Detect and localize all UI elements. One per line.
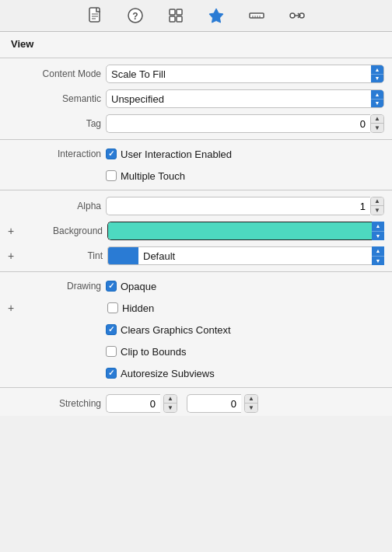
- clip-bounds-label: Clip to Bounds: [121, 346, 187, 358]
- clears-graphics-label: Clears Graphics Context: [121, 324, 231, 336]
- clears-graphics-wrap: Clears Graphics Context: [106, 324, 231, 336]
- tint-plus[interactable]: +: [8, 250, 19, 262]
- semantic-stepper[interactable]: ▲ ▼: [371, 90, 383, 107]
- alpha-up[interactable]: ▲: [371, 197, 383, 206]
- background-row: + Background ▲ ▼: [0, 218, 392, 243]
- clip-bounds-wrap: Clip to Bounds: [106, 346, 187, 358]
- svg-rect-10: [250, 13, 264, 18]
- tint-up[interactable]: ▲: [372, 246, 384, 257]
- background-label: Background: [20, 225, 103, 236]
- svg-rect-9: [177, 16, 182, 22]
- content-mode-down[interactable]: ▼: [371, 75, 383, 83]
- user-interaction-checkbox[interactable]: [106, 148, 117, 159]
- hidden-row: + Hidden: [0, 297, 392, 319]
- user-interaction-label: User Interaction Enabled: [121, 148, 232, 160]
- autoresize-wrap: Autoresize Subviews: [106, 368, 215, 379]
- background-down[interactable]: ▼: [372, 232, 384, 241]
- hidden-checkbox[interactable]: [107, 302, 118, 313]
- alpha-label: Alpha: [8, 201, 101, 211]
- content-mode-row: Content Mode Scale To Fill ▲ ▼: [0, 61, 392, 86]
- semantic-row: Semantic Unspecified ▲ ▼: [0, 86, 392, 111]
- background-stepper[interactable]: ▲ ▼: [372, 222, 384, 240]
- hidden-label: Hidden: [122, 302, 154, 314]
- stretching-label: Stretching: [8, 398, 101, 409]
- tint-down[interactable]: ▼: [372, 257, 384, 266]
- clip-bounds-row: Clip to Bounds: [0, 341, 392, 362]
- drawing-label: Drawing: [8, 281, 101, 292]
- tag-label: Tag: [8, 118, 101, 129]
- help-icon[interactable]: ?: [126, 6, 145, 25]
- content-mode-label: Content Mode: [8, 68, 101, 79]
- interaction-row: Interaction User Interaction Enabled: [0, 143, 392, 165]
- view-section: View Content Mode Scale To Fill ▲ ▼ Sema…: [0, 32, 392, 416]
- svg-rect-6: [170, 9, 175, 15]
- stretching-x-down[interactable]: ▼: [164, 404, 177, 412]
- stretching-y-input[interactable]: [187, 394, 241, 413]
- connections-icon[interactable]: [288, 6, 306, 25]
- hidden-plus[interactable]: +: [8, 302, 19, 314]
- semantic-up[interactable]: ▲: [371, 90, 383, 100]
- content-mode-value: Scale To Fill: [107, 68, 371, 80]
- tint-value-label: Default: [138, 246, 372, 265]
- multiple-touch-checkbox[interactable]: [106, 170, 117, 181]
- opaque-checkbox[interactable]: [106, 281, 117, 292]
- divider-2: [0, 139, 392, 140]
- background-plus[interactable]: +: [8, 225, 19, 237]
- semantic-select[interactable]: Unspecified ▲ ▼: [106, 89, 384, 108]
- semantic-down[interactable]: ▼: [371, 100, 383, 108]
- tint-row: + Tint Default ▲ ▼: [0, 243, 392, 268]
- stretching-x-stepper[interactable]: ▲ ▼: [163, 394, 177, 413]
- background-swatch-wrap[interactable]: [107, 222, 372, 240]
- svg-rect-7: [177, 9, 182, 15]
- view-section-header: View: [0, 32, 392, 54]
- clears-graphics-checkbox[interactable]: [106, 324, 117, 335]
- divider-5: [0, 387, 392, 388]
- background-up[interactable]: ▲: [372, 222, 384, 232]
- user-interaction-wrap: User Interaction Enabled: [106, 148, 232, 160]
- alpha-row: Alpha ▲ ▼: [0, 194, 392, 218]
- tag-stepper[interactable]: ▲ ▼: [370, 114, 384, 133]
- opaque-wrap: Opaque: [106, 281, 156, 292]
- autoresize-row: Autoresize Subviews: [0, 362, 392, 384]
- drawing-opaque-row: Drawing Opaque: [0, 275, 392, 297]
- ruler-icon[interactable]: [247, 6, 266, 25]
- svg-text:?: ?: [132, 11, 138, 22]
- attributes-icon[interactable]: [207, 6, 226, 25]
- svg-point-15: [290, 13, 295, 18]
- stretching-x-input[interactable]: [106, 394, 160, 413]
- svg-rect-0: [89, 8, 100, 22]
- multiple-touch-label: Multiple Touch: [121, 170, 185, 182]
- toolbar: ?: [0, 0, 392, 32]
- tag-up[interactable]: ▲: [371, 115, 383, 124]
- stretching-y-stepper[interactable]: ▲ ▼: [244, 394, 258, 413]
- hidden-wrap: Hidden: [107, 302, 154, 314]
- content-mode-up[interactable]: ▲: [371, 65, 383, 75]
- stretching-row: Stretching ▲ ▼ ▲ ▼: [0, 391, 392, 416]
- autoresize-checkbox[interactable]: [106, 368, 117, 379]
- alpha-stepper[interactable]: ▲ ▼: [370, 197, 384, 215]
- content-mode-stepper[interactable]: ▲ ▼: [371, 65, 383, 82]
- tint-stepper[interactable]: ▲ ▼: [372, 246, 384, 265]
- stretching-y-down[interactable]: ▼: [245, 404, 257, 412]
- grid-icon[interactable]: [166, 6, 185, 25]
- background-color-swatch[interactable]: [108, 222, 372, 239]
- autoresize-label: Autoresize Subviews: [121, 368, 215, 379]
- tint-color-swatch[interactable]: [107, 246, 138, 265]
- divider-3: [0, 190, 392, 190]
- multiple-touch-row: Multiple Touch: [0, 165, 392, 187]
- clip-bounds-checkbox[interactable]: [106, 346, 117, 357]
- opaque-label: Opaque: [121, 281, 156, 292]
- svg-rect-8: [170, 16, 175, 22]
- alpha-input[interactable]: [106, 197, 370, 215]
- alpha-down[interactable]: ▼: [371, 206, 383, 215]
- interaction-label: Interaction: [8, 148, 101, 159]
- tag-input[interactable]: [106, 114, 370, 133]
- divider-1: [0, 58, 392, 58]
- stretching-y-up[interactable]: ▲: [245, 395, 257, 404]
- tag-down[interactable]: ▼: [371, 124, 383, 132]
- tag-row: Tag ▲ ▼: [0, 111, 392, 136]
- stretching-x-up[interactable]: ▲: [164, 395, 177, 404]
- content-mode-select[interactable]: Scale To Fill ▲ ▼: [106, 65, 384, 83]
- semantic-label: Semantic: [8, 93, 101, 104]
- file-icon[interactable]: [86, 6, 104, 25]
